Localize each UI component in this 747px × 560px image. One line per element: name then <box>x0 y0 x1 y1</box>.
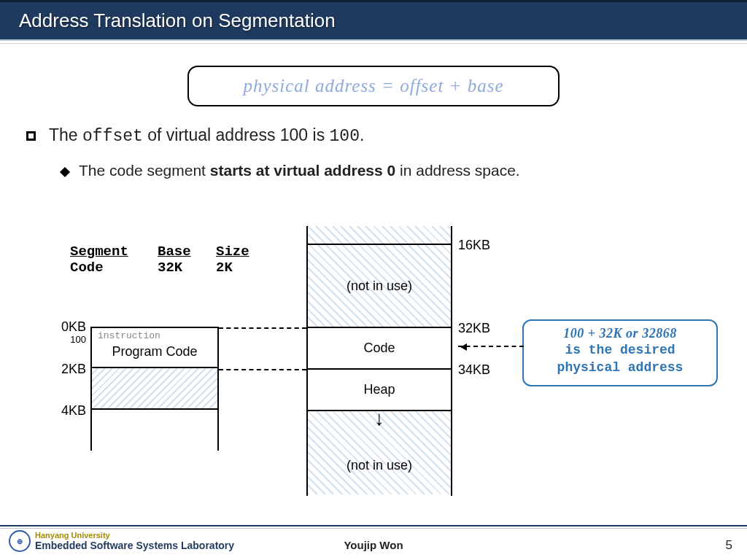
callout-line2: is the desired <box>528 342 712 359</box>
virtual-memory-block: 0KB 100 2KB 4KB instruction Program Code <box>90 327 219 451</box>
bullet-1: The offset of virtual address 100 is 100… <box>26 125 747 146</box>
code-text: offset <box>82 127 143 146</box>
pm-code-cell: Code <box>308 328 451 370</box>
callout-box: 100 + 32K or 32868 is the desired physic… <box>522 319 718 386</box>
bold-text: starts at virtual address 0 <box>210 162 395 179</box>
pm-heap-cell: Heap <box>308 370 451 411</box>
footer-university: Hanyang University <box>35 531 234 540</box>
footer-logo: ⊕ Hanyang University Embedded Software S… <box>9 530 234 552</box>
title-bar: Address Translation on Segmentation <box>0 0 747 41</box>
physical-memory-block: 16KB 32KB 34KB (not in use) Code Heap ↓ … <box>306 226 452 496</box>
code-text: 100 <box>330 127 360 146</box>
segment-table: Segment Base Size Code 32K 2K <box>70 244 260 276</box>
bullet-list: The offset of virtual address 100 is 100… <box>26 125 747 179</box>
pm-label-32kb: 32KB <box>458 321 490 336</box>
callout-equation: 100 + 32K or 32868 <box>528 325 712 342</box>
bullet-2: The code segment starts at virtual addre… <box>61 162 747 179</box>
footer-lab: Embedded Software Systems Laboratory <box>35 540 234 551</box>
dash-connector-bottom <box>219 369 306 370</box>
formula-text: physical address = offset + base <box>243 76 503 96</box>
text: (not in use) <box>347 458 412 473</box>
callout-line3: physical address <box>528 359 712 376</box>
diagram-area: Segment Base Size Code 32K 2K 0KB 100 2K… <box>0 226 747 496</box>
dash-connector-top <box>219 327 306 329</box>
square-bullet-icon <box>26 131 36 141</box>
pm-label-16kb: 16KB <box>458 238 490 253</box>
vm-code-cell: instruction Program Code <box>92 327 217 368</box>
text: . <box>360 125 364 144</box>
footer: ⊕ Hanyang University Embedded Software S… <box>0 525 747 560</box>
program-code-label: Program Code <box>112 344 197 359</box>
pm-notinuse-2: ↓ (not in use) <box>308 411 451 494</box>
seg-header-base: Base <box>158 244 216 260</box>
down-arrow-icon: ↓ <box>374 408 384 429</box>
pm-notinuse-1: (not in use) <box>308 245 451 328</box>
formula-box: physical address = offset + base <box>187 66 560 106</box>
seg-cell: 2K <box>216 260 260 276</box>
instruction-label: instruction <box>98 330 160 341</box>
vm-label-0kb: 0KB <box>61 319 86 335</box>
seg-header-segment: Segment <box>70 244 158 260</box>
diamond-bullet-icon <box>60 167 70 177</box>
vm-label-2kb: 2KB <box>61 362 86 377</box>
title-divider <box>0 43 747 44</box>
text: in address space. <box>395 162 519 179</box>
vm-label-100: 100 <box>70 334 86 345</box>
seg-header-size: Size <box>216 244 260 260</box>
text: (not in use) <box>347 279 412 294</box>
footer-author: Youjip Won <box>344 539 403 551</box>
text: The code segment <box>79 162 210 179</box>
vm-label-4kb: 4KB <box>61 403 86 419</box>
university-emblem-icon: ⊕ <box>9 530 31 552</box>
seg-cell: 32K <box>158 260 216 276</box>
pm-hatch-top <box>308 226 451 245</box>
text: Code <box>363 341 395 356</box>
footer-page-number: 5 <box>726 538 732 553</box>
vm-hatch-cell <box>92 368 217 410</box>
callout-arrow-icon <box>458 346 524 347</box>
slide-title: Address Translation on Segmentation <box>19 9 336 32</box>
pm-label-34kb: 34KB <box>458 362 490 378</box>
seg-cell: Code <box>70 260 158 276</box>
text: of virtual address 100 is <box>143 125 330 144</box>
text: Heap <box>363 382 395 397</box>
text: The <box>49 125 82 144</box>
